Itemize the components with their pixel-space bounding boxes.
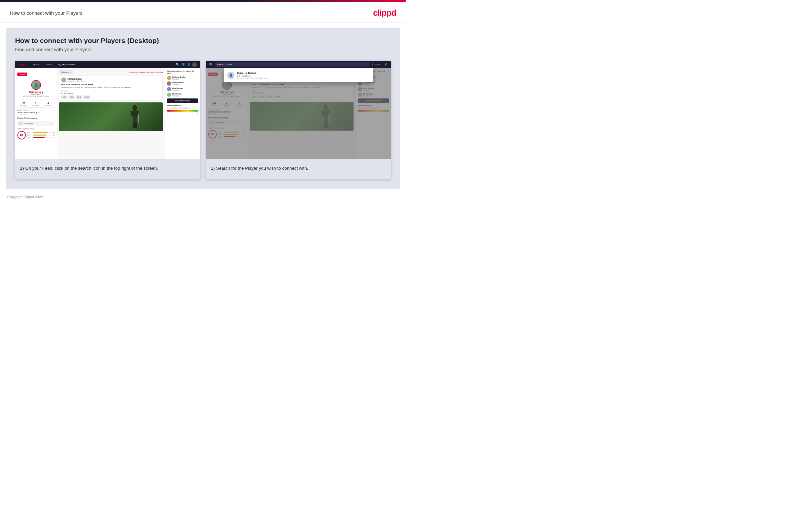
score-circle-1: 84 [17, 131, 26, 139]
mock-body-1: Feed 👤 Blair McHarg Golf Coach Mill Ride… [15, 68, 200, 159]
main-heading: How to connect with your Players (Deskto… [15, 37, 391, 45]
footer: Copyright Clippd 2022 [0, 189, 406, 204]
profile-name-1: Blair McHarg [18, 91, 54, 93]
caption-text-2: 2) Search for the Player you wish to con… [211, 165, 386, 172]
caption-2: 2) Search for the Player you wish to con… [206, 159, 391, 179]
app-mock-1: clippd Home Teams My Performance 🔍 👤 ⚙ [15, 61, 200, 159]
activity-user-1: Richard Butler [67, 78, 86, 80]
player-item-3: Hiral PujaraActivities: 3 [167, 87, 198, 91]
player-item-4: Eli VincentActivities: 1 [167, 92, 198, 97]
search-input-overlay[interactable]: Marcus Turner [216, 62, 370, 67]
following-btn-1[interactable]: Following ⌄ [59, 70, 74, 74]
search-bar-overlay: 🔍 Marcus Turner CLEAR ✕ [206, 61, 391, 68]
logo: clippd [373, 8, 396, 18]
page-title: How to connect with your Players [10, 10, 83, 16]
mock-nav-teams[interactable]: Teams [44, 63, 53, 66]
result-club: Cypress Point Club, United Kingdom [237, 77, 269, 79]
caption-1: 1) On your Feed, click on the search ico… [15, 159, 200, 179]
activity-image-1 [59, 102, 163, 131]
mock-nav-home[interactable]: Home [32, 63, 41, 66]
header: How to connect with your Players clippd [0, 2, 406, 23]
stat-activities: 129 Activities [20, 102, 27, 106]
close-btn-overlay[interactable]: ✕ [384, 62, 388, 67]
team-dashboard-btn-1[interactable]: Team Dashboard [167, 98, 198, 103]
profile-avatar-1: 👤 [32, 81, 40, 89]
settings-icon-nav[interactable]: ⚙ [187, 63, 190, 66]
golfer-svg-1 [126, 105, 144, 131]
center-feed-1: Following ⌄ Control who can see your act… [57, 68, 164, 159]
mock-nav-performance[interactable]: My Performance [57, 63, 76, 66]
app-mock-2: clippd Home Teams My Performance Feed Bl… [206, 61, 391, 159]
profile-club-1: Mill Ride Golf Club, United Kingdom [18, 95, 54, 97]
main-subheading: Find and connect with your Players [15, 47, 391, 52]
svg-rect-5 [135, 117, 137, 123]
screenshots-row: clippd Home Teams My Performance 🔍 👤 ⚙ [15, 61, 391, 179]
profile-stats-1: 129 Activities 3 Followers 4 Following [17, 101, 54, 108]
result-handicap: 1.5 Handicap [237, 75, 269, 77]
svg-rect-1 [133, 110, 137, 118]
search-icon-nav[interactable]: 🔍 [176, 63, 179, 66]
copyright-text: Copyright Clippd 2022 [7, 195, 43, 199]
screenshot-2-container: clippd Home Teams My Performance Feed Bl… [206, 61, 391, 179]
stat-following: 4 Following [45, 102, 51, 106]
avatar-nav[interactable] [192, 62, 197, 67]
svg-rect-7 [135, 123, 137, 128]
player-item-1: Richard ButlerActivities: 7 [167, 76, 198, 80]
svg-point-0 [133, 105, 137, 110]
left-panel-1: Feed 👤 Blair McHarg Golf Coach Mill Ride… [15, 68, 57, 159]
person-icon-nav[interactable]: 👤 [181, 63, 185, 66]
screenshot-1-container: clippd Home Teams My Performance 🔍 👤 ⚙ [15, 61, 200, 179]
latest-date-1: 27 Jul 2022 [17, 114, 54, 116]
caption-text-1: 1) On your Feed, click on the search ico… [20, 165, 195, 172]
main-content: How to connect with your Players (Deskto… [6, 28, 400, 189]
result-name: Marcus Turner [237, 72, 269, 75]
search-value-overlay: Marcus Turner [217, 64, 368, 66]
svg-rect-2 [131, 111, 133, 116]
feed-tab-1[interactable]: Feed [17, 73, 27, 76]
profile-card-1: 👤 Blair McHarg Golf Coach Mill Ride Golf… [17, 78, 54, 99]
svg-rect-8 [138, 114, 139, 123]
player-select-1[interactable]: Eli Vincent ⌄ [17, 121, 54, 126]
player-perf-title: Player Performance [17, 117, 54, 120]
mock-navbar-1: clippd Home Teams My Performance 🔍 👤 ⚙ [15, 61, 200, 68]
clear-btn-overlay[interactable]: CLEAR [372, 63, 381, 66]
activity-card-1: Richard Butler Yesterday · The Grove Pre… [59, 76, 163, 101]
latest-activity-1: Afternoon round of golf [17, 111, 54, 114]
stat-followers: 3 Followers [32, 102, 39, 106]
control-link-1[interactable]: Control who can see your activity and da… [129, 71, 163, 73]
mock-logo-1: clippd [18, 63, 26, 66]
result-avatar: 👤 [227, 72, 235, 79]
search-result-item[interactable]: 👤 Marcus Turner 1.5 Handicap Cypress Poi… [227, 72, 370, 79]
search-icon-overlay: 🔍 [209, 63, 213, 66]
right-panel-1: Most Active Players - Last 30 days Richa… [164, 68, 200, 159]
player-item-2: Piers ParnellActivities: 4 [167, 81, 198, 86]
search-results-dropdown: 👤 Marcus Turner 1.5 Handicap Cypress Poi… [224, 68, 373, 82]
